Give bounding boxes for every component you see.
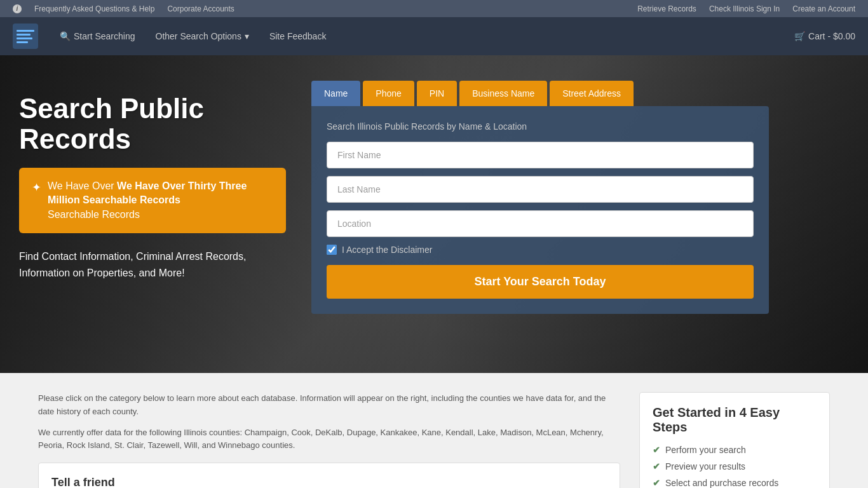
search-nav-icon: 🔍 bbox=[60, 31, 71, 41]
corporate-link[interactable]: Corporate Accounts bbox=[167, 4, 234, 13]
hero-description: Find Contact Information, Criminal Arres… bbox=[19, 248, 286, 281]
step-2: ✔ Preview your results bbox=[653, 461, 817, 471]
location-input[interactable] bbox=[327, 210, 754, 237]
badge-star-icon: ✦ bbox=[32, 180, 41, 194]
disclaimer-row: I Accept the Disclaimer bbox=[327, 245, 754, 255]
first-name-input[interactable] bbox=[327, 142, 754, 168]
step-2-label: Preview your results bbox=[665, 461, 745, 471]
badge-text: We Have Over We Have Over Thirty Three M… bbox=[48, 179, 273, 222]
other-options-link[interactable]: Other Search Options ▾ bbox=[147, 26, 258, 46]
svg-rect-2 bbox=[17, 34, 31, 36]
content-section: Please click on the category below to le… bbox=[19, 373, 849, 488]
disclaimer-label: I Accept the Disclaimer bbox=[342, 245, 432, 255]
step-3-label: Select and purchase records bbox=[665, 478, 778, 488]
signin-link[interactable]: Check Illinois Sign In bbox=[709, 4, 780, 13]
content-text-2: We currently offer data for the followin… bbox=[38, 426, 620, 453]
search-panel-title: Search Illinois Public Records by Name &… bbox=[327, 121, 754, 132]
retrieve-records-link[interactable]: Retrieve Records bbox=[637, 4, 696, 13]
hero-section: Search Public Records ✦ We Have Over We … bbox=[0, 55, 868, 373]
content-main: Please click on the category below to le… bbox=[38, 392, 620, 488]
cart-icon: 🛒 bbox=[794, 31, 805, 41]
step-1-check-icon: ✔ bbox=[653, 445, 660, 455]
info-icon: i bbox=[13, 4, 22, 13]
hero-left: Search Public Records ✦ We Have Over We … bbox=[19, 81, 286, 281]
chevron-down-icon: ▾ bbox=[245, 31, 249, 41]
hero-title: Search Public Records bbox=[19, 93, 286, 155]
site-feedback-link[interactable]: Site Feedback bbox=[261, 26, 336, 46]
faq-link[interactable]: Frequently Asked Questions & Help bbox=[34, 4, 154, 13]
svg-rect-1 bbox=[17, 30, 34, 32]
content-sidebar: Get Started in 4 Easy Steps ✔ Perform yo… bbox=[639, 392, 830, 488]
tab-phone[interactable]: Phone bbox=[363, 81, 414, 106]
tell-friend-title: Tell a friend bbox=[51, 476, 607, 488]
last-name-input[interactable] bbox=[327, 176, 754, 203]
step-3: ✔ Select and purchase records bbox=[653, 478, 817, 488]
create-account-link[interactable]: Create an Account bbox=[792, 4, 855, 13]
badge-line1: We Have Over bbox=[48, 180, 117, 191]
top-bar: i Frequently Asked Questions & Help Corp… bbox=[0, 0, 868, 17]
step-2-check-icon: ✔ bbox=[653, 461, 660, 471]
nav-bar: 🔍 Start Searching Other Search Options ▾… bbox=[0, 17, 868, 55]
site-logo bbox=[13, 24, 38, 49]
tab-street-address[interactable]: Street Address bbox=[550, 81, 634, 106]
top-bar-right: Retrieve Records Check Illinois Sign In … bbox=[637, 4, 855, 13]
svg-rect-3 bbox=[17, 37, 32, 39]
step-3-check-icon: ✔ bbox=[653, 478, 660, 488]
tab-name[interactable]: Name bbox=[311, 81, 360, 106]
svg-rect-0 bbox=[13, 24, 38, 49]
hero-content: Search Public Records ✦ We Have Over We … bbox=[0, 55, 868, 373]
nav-links: 🔍 Start Searching Other Search Options ▾… bbox=[51, 26, 794, 46]
tell-friend-box: Tell a friend bbox=[38, 463, 620, 488]
tab-business-name[interactable]: Business Name bbox=[459, 81, 547, 106]
cart-display[interactable]: 🛒 Cart - $0.00 bbox=[794, 31, 855, 41]
content-wrapper: Please click on the category below to le… bbox=[0, 373, 868, 488]
disclaimer-checkbox[interactable] bbox=[327, 245, 337, 255]
search-submit-button[interactable]: Start Your Search Today bbox=[327, 265, 754, 299]
top-bar-left: i Frequently Asked Questions & Help Corp… bbox=[13, 4, 234, 13]
step-1: ✔ Perform your search bbox=[653, 445, 817, 455]
content-text-1: Please click on the category below to le… bbox=[38, 392, 620, 419]
svg-rect-4 bbox=[17, 41, 28, 43]
step-1-label: Perform your search bbox=[665, 445, 746, 455]
search-panel: Search Illinois Public Records by Name &… bbox=[311, 106, 769, 314]
tab-pin[interactable]: PIN bbox=[417, 81, 457, 106]
badge-line2: Searchable Records bbox=[48, 209, 140, 220]
hero-right: Name Phone PIN Business Name Street Addr… bbox=[311, 81, 769, 314]
records-badge: ✦ We Have Over We Have Over Thirty Three… bbox=[19, 168, 286, 233]
steps-title: Get Started in 4 Easy Steps bbox=[653, 405, 817, 435]
start-searching-link[interactable]: 🔍 Start Searching bbox=[51, 26, 144, 46]
search-tabs: Name Phone PIN Business Name Street Addr… bbox=[311, 81, 769, 106]
